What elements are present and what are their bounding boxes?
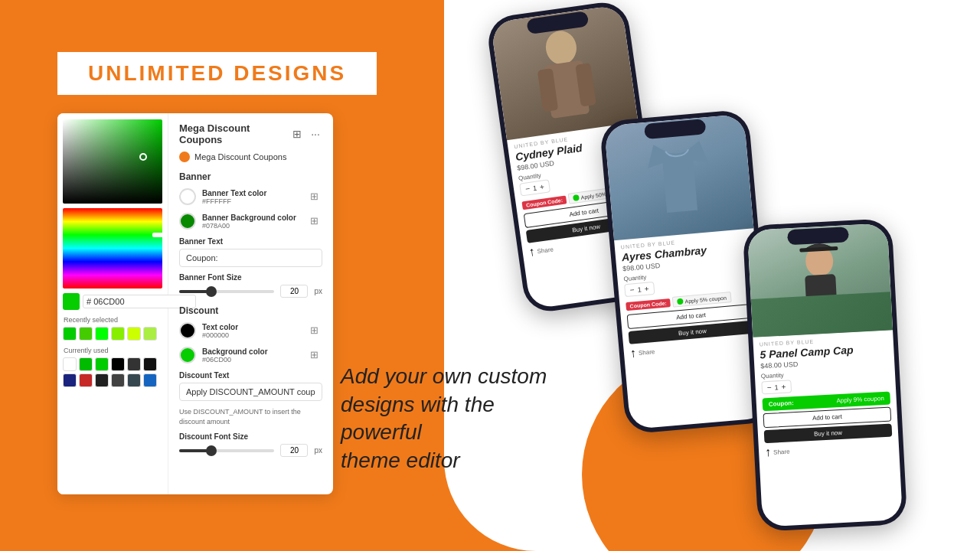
phone-2-qty-control[interactable]: − 1 + (624, 282, 655, 297)
discount-section-title: Discount (179, 305, 322, 316)
banner-text-field-label: Banner Text (179, 237, 322, 246)
banner-font-size-row: px (179, 285, 322, 298)
swatch[interactable] (111, 373, 125, 387)
phone-3-qty-control[interactable]: − 1 + (761, 380, 792, 394)
color-gradient[interactable] (63, 119, 162, 204)
phone-3-coupon-label: Coupon: (769, 399, 794, 408)
breadcrumb: Mega Discount Coupons (179, 152, 322, 162)
header-box: UNLIMITED DESIGNS (57, 52, 377, 95)
phone-2-qty-minus[interactable]: − (629, 285, 635, 294)
tagline-line3: theme editor (341, 448, 460, 472)
phone-1-qty-plus[interactable]: + (539, 182, 544, 191)
copy-icon[interactable]: ⊞ (310, 191, 322, 203)
panel-title: Mega Discount Coupons (179, 122, 290, 145)
swatch[interactable] (63, 357, 77, 371)
share-icon: ↑ (528, 245, 536, 259)
phone-3: UNITED BY BLUE 5 Panel Camp Cap $48.00 U… (743, 218, 908, 532)
swatch[interactable] (127, 357, 141, 371)
swatch[interactable] (63, 327, 77, 341)
bg-color-swatch[interactable] (179, 347, 196, 364)
phone-3-coupon-apply[interactable]: Apply 9% coupon (836, 395, 884, 404)
phone-3-content: UNITED BY BLUE 5 Panel Camp Cap $48.00 U… (753, 330, 899, 464)
discount-text-input[interactable] (179, 383, 322, 401)
banner-bg-color-left: Banner Background color #078A00 (179, 213, 296, 230)
swatch[interactable] (111, 327, 125, 341)
text-color-swatch[interactable] (179, 322, 196, 339)
phone-1-qty-minus[interactable]: − (524, 184, 530, 194)
phone-2-content: UNITED BY BLUE Ayres Chambray $98.00 USD… (614, 228, 765, 365)
banner-text-input[interactable] (179, 249, 322, 267)
panel-header: Mega Discount Coupons ⊞ ··· (179, 122, 322, 145)
phone-1-coupon-label: Coupon Code: (521, 195, 567, 210)
hue-cursor (152, 233, 165, 237)
text-color-row: Text color #000000 ⊞ (179, 322, 322, 339)
discount-font-size-input[interactable] (280, 444, 308, 457)
swatch[interactable] (111, 357, 125, 371)
currently-used-label: Currently used (64, 347, 109, 354)
panel-icons: ⊞ ··· (290, 127, 322, 141)
svg-point-0 (544, 29, 579, 67)
swatch[interactable] (63, 373, 77, 387)
banner-bg-color-swatch[interactable] (179, 213, 196, 230)
banner-bg-color-row: Banner Background color #078A00 ⊞ (179, 213, 322, 230)
tagline-text: Add your own custom designs with the pow… (341, 363, 555, 474)
phone-1-qty-control[interactable]: − 1 + (519, 179, 550, 196)
phone-2-coupon-apply[interactable]: Apply 5% coupon (672, 292, 731, 308)
tagline-line2: designs with the powerful (341, 393, 495, 444)
swatch[interactable] (127, 327, 141, 341)
phone-1-qty-value: 1 (532, 184, 537, 192)
swatch[interactable] (143, 357, 157, 371)
recently-selected-label: Recently selected (64, 316, 118, 324)
banner-text-color-swatch[interactable] (179, 188, 196, 205)
phone-2-qty-value: 1 (637, 285, 642, 293)
bg-color-row: Background color #06CD00 ⊞ (179, 347, 322, 364)
grid-icon[interactable]: ⊞ (290, 127, 304, 141)
banner-font-size-label: Banner Font Size (179, 273, 322, 282)
swatch[interactable] (79, 327, 93, 341)
hue-bar[interactable] (63, 208, 162, 289)
hex-swatch[interactable] (63, 293, 80, 310)
bg-color-hex: #06CD00 (202, 356, 268, 364)
phone-3-qty-value: 1 (774, 383, 779, 391)
swatch[interactable] (79, 357, 93, 371)
more-icon[interactable]: ··· (309, 127, 322, 141)
swatch[interactable] (143, 373, 157, 387)
phone-2-share[interactable]: Share (639, 348, 655, 357)
swatch[interactable] (95, 357, 109, 371)
discount-help-text: Use DISCOUNT_AMOUNT to insert the discou… (179, 407, 322, 426)
copy-icon-3[interactable]: ⊞ (310, 324, 322, 337)
recently-selected-swatches (63, 327, 162, 341)
copy-icon-4[interactable]: ⊞ (310, 349, 322, 361)
person-silhouette (524, 20, 607, 135)
phone-1-share[interactable]: Share (537, 246, 554, 255)
phone-3-qty-plus[interactable]: + (781, 383, 786, 391)
tagline-line1: Add your own custom (341, 364, 547, 388)
text-color-hex: #000000 (202, 331, 238, 339)
share-icon-3: ↑ (765, 445, 772, 459)
swatch[interactable] (95, 327, 109, 341)
copy-icon-2[interactable]: ⊞ (310, 215, 322, 227)
banner-bg-color-hex: #078A00 (202, 222, 296, 230)
swatch[interactable] (79, 373, 93, 387)
discount-font-size-slider[interactable] (179, 449, 274, 452)
phone-3-share[interactable]: Share (773, 448, 790, 455)
banner-text-color-label: Banner Text color (202, 189, 266, 197)
banner-font-size-slider[interactable] (179, 290, 274, 293)
banner-section-title: Banner (179, 171, 322, 182)
editor-panel: # 06CD00 Recently selected Currently use… (57, 113, 333, 494)
shirt-product (644, 125, 714, 229)
phone-2-qty-plus[interactable]: + (644, 284, 649, 292)
swatch[interactable] (143, 327, 157, 341)
phone-2-coupon-label: Coupon Code: (626, 298, 671, 311)
text-color-left: Text color #000000 (179, 322, 238, 339)
swatch[interactable] (95, 373, 109, 387)
breadcrumb-dot (179, 152, 190, 162)
gradient-cursor[interactable] (139, 153, 147, 161)
banner-font-size-input[interactable] (280, 285, 308, 298)
banner-text-color-left: Banner Text color #FFFFFF (179, 188, 266, 205)
banner-font-size-unit: px (314, 287, 322, 295)
swatch[interactable] (127, 373, 141, 387)
discount-font-size-row: px (179, 444, 322, 457)
phone-3-qty-minus[interactable]: − (766, 383, 771, 392)
breadcrumb-text: Mega Discount Coupons (194, 152, 286, 161)
